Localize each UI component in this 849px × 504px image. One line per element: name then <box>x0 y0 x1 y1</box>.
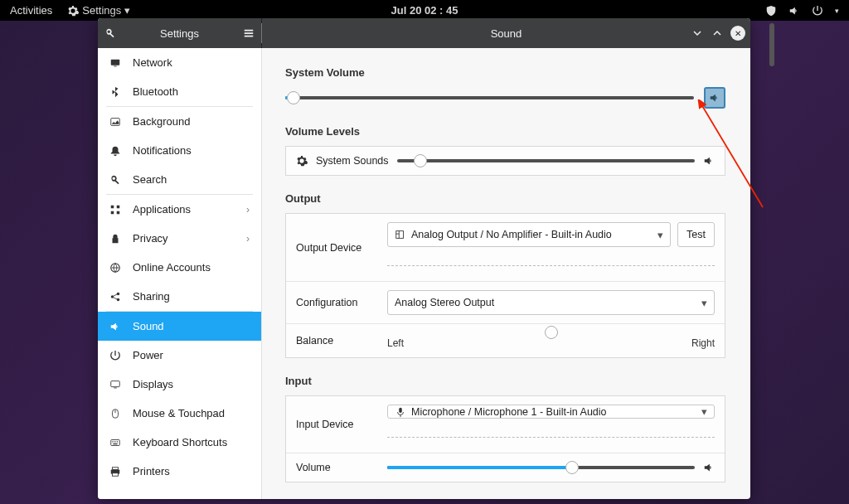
sidebar-title: Settings <box>123 27 236 40</box>
system-sounds-slider[interactable] <box>397 159 695 162</box>
speaker-icon[interactable] <box>703 155 715 167</box>
input-volume-slider[interactable] <box>387 466 695 469</box>
system-volume-slider[interactable] <box>285 96 694 99</box>
sidebar-item-search[interactable]: Search <box>98 165 261 194</box>
svg-rect-22 <box>113 472 119 476</box>
system-tray[interactable]: ▾ <box>765 5 839 17</box>
settings-sidebar: Network Bluetooth Background Notificatio… <box>98 48 262 499</box>
sidebar-item-background[interactable]: Background <box>98 107 261 136</box>
minimize-button[interactable] <box>691 27 704 40</box>
svg-rect-1 <box>114 65 117 66</box>
svg-rect-16 <box>113 441 114 442</box>
sidebar-item-printers[interactable]: Printers <box>98 457 261 486</box>
svg-rect-11 <box>111 380 120 386</box>
svg-rect-23 <box>396 231 404 239</box>
input-volume-label: Volume <box>296 462 379 473</box>
svg-rect-4 <box>117 205 120 208</box>
sidebar-item-sound[interactable]: Sound <box>98 312 261 341</box>
card-icon <box>395 229 406 240</box>
svg-rect-18 <box>117 441 118 442</box>
chevron-down-icon: ▾ <box>701 297 707 309</box>
sidebar-item-keyboard-shortcuts[interactable]: Keyboard Shortcuts <box>98 428 261 457</box>
sidebar-item-label: Background <box>133 115 190 128</box>
chevron-down-icon: ▾ <box>835 7 839 15</box>
sidebar-item-label: Applications <box>133 203 191 216</box>
input-device-value: Microphone / Microphone 1 - Built-in Aud… <box>411 406 607 418</box>
volume-levels-title: Volume Levels <box>285 125 725 138</box>
maximize-button[interactable] <box>711 27 724 40</box>
sidebar-item-online-accounts[interactable]: Online Accounts <box>98 253 261 282</box>
chevron-down-icon: ▾ <box>701 405 707 418</box>
chevron-down-icon: ▾ <box>657 229 663 241</box>
system-sounds-label: System Sounds <box>316 155 389 167</box>
sidebar-item-privacy[interactable]: Privacy› <box>98 224 261 253</box>
sidebar-item-bluetooth[interactable]: Bluetooth <box>98 77 261 106</box>
configuration-select[interactable]: Analog Stereo Output ▾ <box>387 290 715 315</box>
sidebar-item-power[interactable]: Power <box>98 341 261 370</box>
power-icon <box>812 5 823 17</box>
svg-point-10 <box>117 298 120 301</box>
speaker-icon[interactable] <box>703 462 715 473</box>
sidebar-item-label: Keyboard Shortcuts <box>133 436 227 448</box>
output-device-value: Analog Output / No Amplifier - Built-in … <box>411 229 612 240</box>
svg-rect-0 <box>111 59 120 65</box>
svg-rect-24 <box>399 407 402 412</box>
output-device-select[interactable]: Analog Output / No Amplifier - Built-in … <box>387 222 671 247</box>
sidebar-item-label: Search <box>133 173 167 186</box>
shield-icon <box>765 5 777 17</box>
svg-rect-6 <box>117 211 120 214</box>
sidebar-item-label: Printers <box>133 465 170 477</box>
sidebar-item-applications[interactable]: Applications› <box>98 195 261 224</box>
gear-icon <box>67 5 79 17</box>
balance-left-label: Left <box>387 337 404 349</box>
volume-icon <box>788 5 800 17</box>
sidebar-item-label: Notifications <box>133 144 192 157</box>
hamburger-icon[interactable] <box>236 27 261 39</box>
svg-rect-20 <box>113 467 119 469</box>
over-amplify-toggle[interactable] <box>704 87 725 109</box>
desktop-scrollbar[interactable] <box>768 23 774 502</box>
sidebar-item-network[interactable]: Network <box>98 48 261 77</box>
svg-rect-19 <box>113 443 117 443</box>
sidebar-item-mouse-touchpad[interactable]: Mouse & Touchpad <box>98 399 261 428</box>
svg-rect-12 <box>114 387 117 388</box>
sidebar-item-label: Power <box>133 349 163 361</box>
sidebar-item-label: Bluetooth <box>133 85 178 98</box>
input-device-select[interactable]: Microphone / Microphone 1 - Built-in Aud… <box>387 405 715 419</box>
gear-icon <box>296 155 308 167</box>
chevron-right-icon: › <box>246 233 250 245</box>
output-device-label: Output Device <box>296 242 379 254</box>
input-title: Input <box>285 375 725 387</box>
close-button[interactable]: ✕ <box>730 26 745 41</box>
test-button[interactable]: Test <box>677 222 715 247</box>
search-icon[interactable] <box>98 27 123 39</box>
sidebar-item-label: Displays <box>133 378 173 390</box>
active-app-label: Settings <box>82 4 121 17</box>
input-device-label: Input Device <box>296 419 379 430</box>
sidebar-item-label: Online Accounts <box>133 261 211 274</box>
sidebar-item-label: Mouse & Touchpad <box>133 407 225 419</box>
sidebar-item-notifications[interactable]: Notifications <box>98 136 261 165</box>
svg-rect-3 <box>111 205 114 208</box>
chevron-right-icon: › <box>246 204 250 216</box>
svg-rect-17 <box>114 441 115 442</box>
sidebar-item-label: Privacy <box>133 232 168 245</box>
sidebar-item-label: Network <box>133 56 172 69</box>
sidebar-item-label: Sharing <box>133 290 170 303</box>
clock[interactable]: Jul 20 02 : 45 <box>391 4 458 17</box>
output-title: Output <box>285 192 725 205</box>
window-titlebar: Settings Sound ✕ <box>98 18 750 48</box>
chevron-down-icon: ▾ <box>124 4 130 17</box>
svg-rect-15 <box>111 439 120 445</box>
sidebar-item-label: Sound <box>133 320 164 332</box>
activities-button[interactable]: Activities <box>10 4 52 17</box>
panel-title: Sound <box>491 27 522 40</box>
sidebar-item-displays[interactable]: Displays <box>98 370 261 399</box>
balance-right-label: Right <box>691 337 715 349</box>
active-app-menu[interactable]: Settings ▾ <box>67 4 130 17</box>
svg-rect-5 <box>111 211 114 214</box>
svg-point-9 <box>117 292 120 295</box>
sidebar-item-sharing[interactable]: Sharing <box>98 282 261 311</box>
balance-label: Balance <box>296 335 379 346</box>
system-volume-title: System Volume <box>285 66 725 79</box>
